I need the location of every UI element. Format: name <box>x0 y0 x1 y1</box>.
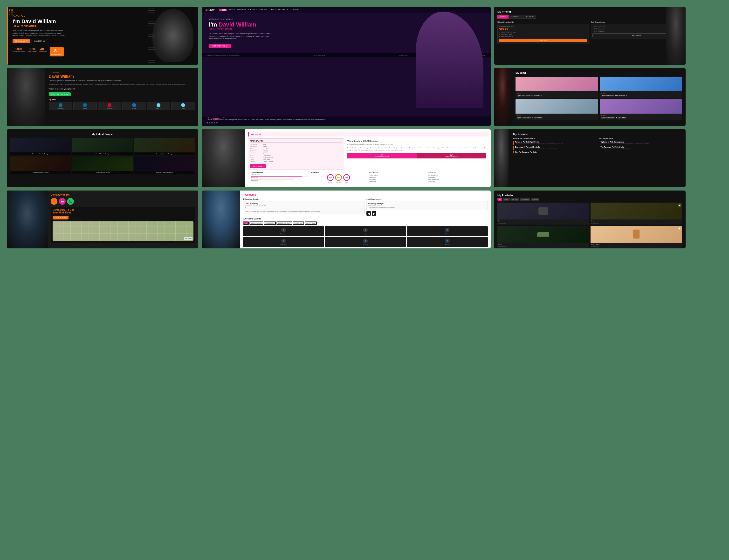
tab-standard[interactable]: STANDARD <box>509 15 523 19</box>
portfolio-img-shoes <box>497 226 589 243</box>
filter-stores[interactable]: Stores <box>503 198 510 201</box>
filter-webdev[interactable]: WEB DEVELOPMENT <box>276 221 292 225</box>
js-bar: JavaScript <box>251 177 308 179</box>
tab-static[interactable]: STATIC <box>497 15 509 19</box>
portfolio-label-watch: Smart Watch <box>591 243 682 246</box>
client-christopher: 👤 Christopher <box>243 237 324 247</box>
client-richard-name: Richard John <box>280 233 287 235</box>
project-img-branding <box>134 138 195 152</box>
download-cv-button[interactable]: DOWNLOAD CV <box>13 39 30 43</box>
testimonial-person-bg <box>202 191 240 248</box>
angular-icon <box>108 103 111 107</box>
nav-pricing[interactable]: PRICING <box>278 9 285 11</box>
nav-features[interactable]: FEATURES <box>237 9 246 11</box>
pricing-col-education: Education Quality Make Your Single Page … <box>497 21 589 45</box>
testimonial-card: Testimonial Education Quality CEO - Mark… <box>202 191 491 248</box>
about-exp-text: I have 8+ years of experiences in Softwa… <box>49 80 195 82</box>
filter-soundcloud[interactable]: Soundcloud <box>520 198 530 201</box>
portfolio-like-watch[interactable]: ♥ <box>678 227 681 230</box>
project-biz2: Business Website Design <box>134 157 195 174</box>
stat-years-exp: 7+ YEARS OF EXPERIENCE <box>347 153 417 158</box>
client-christopher-icon: 👤 <box>281 239 286 243</box>
project-label-biz: Business Website Design <box>10 152 71 155</box>
contact-form-mini: Contact Me To Get Your Work Done CONTACT… <box>51 207 195 243</box>
get-it-now-button[interactable]: GET IT NOW <box>499 39 587 42</box>
education-col: Education Qualification Parser at Portfo… <box>513 137 597 154</box>
filter-beauty[interactable]: BEAUTY LOGO <box>305 221 317 225</box>
contact-me-cta-button[interactable]: CONTACT ME <box>53 216 69 219</box>
hero-person-image <box>152 9 193 62</box>
nav-portfolio[interactable]: PORTFOLIO <box>248 9 257 11</box>
stat-projects-num: 100+ <box>13 47 25 51</box>
welcome-text: WELCOME TO MY WORLD <box>209 18 483 20</box>
dot-5[interactable] <box>216 122 218 123</box>
blog-img-2 <box>600 77 682 91</box>
education-title: Education Qualification <box>513 137 597 140</box>
project-img-biz2 <box>134 157 195 171</box>
portfolio-sublabel-watch: Simply design <box>591 246 682 248</box>
nav-blog[interactable]: BLOG <box>287 9 291 11</box>
nav-home[interactable]: HOME <box>219 9 227 11</box>
about-detail-person-bg <box>202 129 245 187</box>
dot-2[interactable] <box>209 122 210 123</box>
nav-clients[interactable]: CLIENTS <box>268 9 276 11</box>
stat-projects: 100+ Completed Projects <box>13 47 25 56</box>
clients-title: Awesome Clients <box>243 218 488 220</box>
phone-icon: 📞 <box>67 198 74 205</box>
portfolio-like-yellow[interactable]: ♥ <box>678 204 681 207</box>
language-col: LANGUAGE 95% English 80% German 90% Arab <box>310 171 367 183</box>
nav-arrows: ◀ ▶ <box>366 211 488 216</box>
resume-title: My Resume <box>513 133 682 136</box>
project-branding: Branding Website Design <box>134 138 195 155</box>
nav-resume[interactable]: RESUME <box>260 9 267 11</box>
project-label-biz2: Business Website Design <box>134 171 195 174</box>
skills-section: PROGRAMMING HTML & CSS JavaScript <box>248 170 488 184</box>
dot-3[interactable] <box>211 122 213 123</box>
nav-contact[interactable]: CONTACT <box>293 9 301 11</box>
filter-youtube[interactable]: YouTube <box>510 198 519 201</box>
price-amount: $25.95 <box>499 28 587 31</box>
center-bottom-desc: A creative graduate with solid design an… <box>206 119 486 121</box>
blog-person-image <box>494 68 511 126</box>
portfolio-img-camera <box>497 203 589 219</box>
blog-title: My Blog <box>516 71 682 74</box>
edu-item-2: Examples Of Personal Portfolio Lorem ips… <box>513 146 597 150</box>
resume-person-image <box>494 129 509 187</box>
filter-website[interactable]: WEBSITE DESIGN <box>249 221 263 225</box>
client-vonmann-name: VonMann <box>363 244 368 246</box>
stat-projects-label: Completed Projects <box>13 51 25 52</box>
filter-all-portfolio[interactable]: All <box>497 198 502 201</box>
portfolio-sublabel-shoes: Simply design <box>497 246 589 248</box>
project-food: Food Website Design <box>72 138 133 155</box>
blog-post-2: DESIGN Digital Markets to Their New Offi… <box>600 77 682 98</box>
blog-post-2-content: DESIGN Digital Markets to Their New Offi… <box>600 91 682 98</box>
latest-project-title: My Latest Project <box>10 133 195 136</box>
contact-me-button[interactable]: CONTACT ME <box>32 39 48 43</box>
filter-dribbble[interactable]: Dribbble <box>531 198 539 201</box>
filter-all[interactable]: ALL <box>243 221 249 225</box>
project-img-creative <box>10 157 71 171</box>
stat-clients: 99% Happy Clients <box>28 47 36 56</box>
services-title: SERVICES <box>428 171 485 173</box>
portfolio-yellow: ♥ Yellow Item Simply design <box>591 203 682 225</box>
next-testimonial-button[interactable]: ▶ <box>372 211 376 216</box>
skills-title: My Skills <box>49 98 195 101</box>
nav-about[interactable]: ABOUT <box>229 9 235 11</box>
resume-card: My Resume Education Qualification Parser… <box>494 129 686 187</box>
dot-4[interactable] <box>214 122 215 123</box>
center-contact-button[interactable]: CONTACT ME ▶ <box>209 44 231 48</box>
filter-wordpress[interactable]: WORDPRESS <box>293 221 304 225</box>
dot-1[interactable] <box>206 122 208 123</box>
filter-logo[interactable]: LOGO DESIGN <box>264 221 276 225</box>
hero-description: I'm a Tunisia-based web designer & front… <box>13 30 66 37</box>
about-contact-button[interactable]: CONTACT ME <box>250 164 266 168</box>
latest-project-card: My Latest Project Business Website Desig… <box>7 129 198 187</box>
skill-react2: React <box>171 102 195 110</box>
js-bar-track <box>251 179 308 179</box>
free-quote-button[interactable]: Get a Free Free Quote <box>49 92 71 96</box>
stat-clients-label: Happy Clients <box>28 51 36 52</box>
programming-col: PROGRAMMING HTML & CSS JavaScript <box>251 171 308 183</box>
prev-testimonial-button[interactable]: ◀ <box>366 211 371 216</box>
pricing-columns: Education Quality Make Your Single Page … <box>497 21 682 45</box>
tab-premium[interactable]: PREMIUM <box>523 15 536 19</box>
